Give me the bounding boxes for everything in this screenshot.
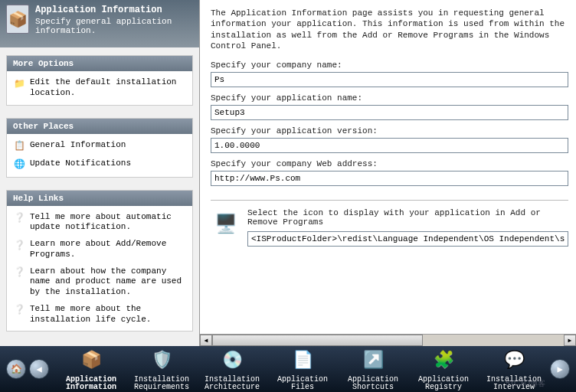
help-links-panel: Help Links ❔ Tell me more about automati… xyxy=(6,190,193,332)
watermark: 51CTO博客 xyxy=(506,378,545,389)
back-button[interactable]: ◀ xyxy=(29,359,49,379)
other-places-header: Other Places xyxy=(7,119,192,134)
footer-nav: 🏠 ◀ 📦 Application Information 🛡️ Install… xyxy=(0,346,576,392)
file-icon: 📄 xyxy=(289,347,316,374)
version-input[interactable] xyxy=(211,138,568,153)
scroll-right-button[interactable]: ▶ xyxy=(564,335,576,346)
horizontal-scrollbar[interactable]: ◀ ▶ xyxy=(200,334,576,346)
help-icon: ❔ xyxy=(13,304,25,316)
help-links-header: Help Links xyxy=(7,191,192,206)
next-button[interactable]: ▶ xyxy=(550,359,570,379)
icon-path-input[interactable] xyxy=(247,231,568,247)
dialog-icon: 💬 xyxy=(500,347,528,374)
version-label: Specify your application version: xyxy=(211,126,568,136)
setup-icon-preview: 🖥️ xyxy=(211,208,241,239)
scroll-thumb[interactable] xyxy=(212,335,423,346)
box-icon: 📦 xyxy=(77,347,105,374)
step-installation-requirements[interactable]: 🛡️ Installation Requirements xyxy=(129,347,195,392)
main-content: The Application Information page assists… xyxy=(200,0,576,334)
page-title: Application Information xyxy=(35,5,193,15)
shield-icon: 🛡️ xyxy=(148,347,175,374)
edit-install-location-link[interactable]: 📁 Edit the default installation location… xyxy=(11,74,188,102)
more-options-panel: More Options 📁 Edit the default installa… xyxy=(6,55,193,106)
intro-text: The Application Information page assists… xyxy=(211,8,568,51)
step-application-registry[interactable]: 🧩 Application Registry xyxy=(411,347,476,392)
web-input[interactable] xyxy=(211,171,568,186)
company-label: Specify your company name: xyxy=(211,60,568,70)
help-link-add-remove[interactable]: ❔ Learn more about Add/Remove Programs. xyxy=(11,236,188,263)
help-link-company-product[interactable]: ❔ Learn about how the company name and p… xyxy=(11,263,188,301)
folder-icon: 📁 xyxy=(13,77,25,90)
general-information-link[interactable]: 📋 General Information xyxy=(11,137,188,155)
help-icon: ❔ xyxy=(13,239,25,251)
company-input[interactable] xyxy=(211,72,568,87)
home-button[interactable]: 🏠 xyxy=(6,359,26,379)
app-info-icon: 📦 xyxy=(6,5,29,34)
help-link-lifecycle[interactable]: ❔ Tell me more about the installation li… xyxy=(11,301,188,328)
help-link-update-notification[interactable]: ❔ Tell me more about automatic update no… xyxy=(11,209,188,237)
globe-icon: 🌐 xyxy=(13,158,25,171)
other-places-panel: Other Places 📋 General Information 🌐 Upd… xyxy=(6,118,193,178)
more-options-header: More Options xyxy=(7,56,192,71)
step-application-files[interactable]: 📄 Application Files xyxy=(270,347,335,392)
help-icon: ❔ xyxy=(13,266,25,279)
registry-icon: 🧩 xyxy=(430,347,457,374)
appname-label: Specify your application name: xyxy=(211,93,568,103)
icon-section-text: Select the icon to display with your app… xyxy=(247,208,568,227)
scroll-track[interactable] xyxy=(212,335,564,346)
divider xyxy=(211,200,568,201)
page-subtitle: Specify general application information. xyxy=(35,17,193,35)
step-application-shortcuts[interactable]: ↗️ Application Shortcuts xyxy=(340,347,406,392)
step-application-information[interactable]: 📦 Application Information xyxy=(58,347,124,392)
disc-icon: 💿 xyxy=(218,347,246,374)
scroll-left-button[interactable]: ◀ xyxy=(200,335,212,346)
help-icon: ❔ xyxy=(13,212,25,224)
calendar-icon: 📋 xyxy=(13,140,25,152)
page-header: 📦 Application Information Specify genera… xyxy=(0,0,199,47)
web-label: Specify your company Web address: xyxy=(211,159,568,168)
step-installation-architecture[interactable]: 💿 Installation Architecture xyxy=(199,347,265,392)
shortcut-icon: ↗️ xyxy=(359,347,387,374)
update-notifications-link[interactable]: 🌐 Update Notifications xyxy=(11,155,188,174)
appname-input[interactable] xyxy=(211,105,568,120)
